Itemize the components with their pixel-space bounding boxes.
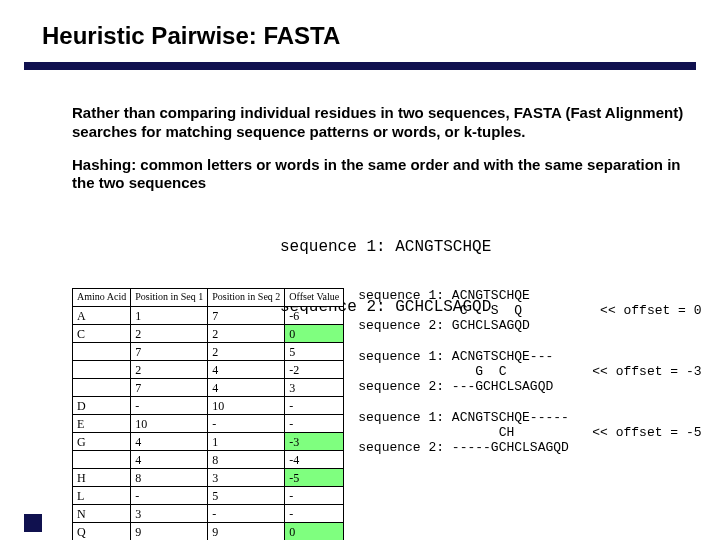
table-cell — [73, 361, 131, 379]
col-pos-seq1: Position in Seq 1 — [131, 289, 208, 307]
table-row: L-5- — [73, 487, 344, 505]
table-cell: H — [73, 469, 131, 487]
table-cell: 4 — [131, 451, 208, 469]
table-cell: G — [73, 433, 131, 451]
table-row: H83-5 — [73, 469, 344, 487]
table-row: D-10- — [73, 397, 344, 415]
slide: Heuristic Pairwise: FASTA Rather than co… — [0, 0, 720, 540]
title-underline — [24, 62, 696, 70]
table-row: A17-6 — [73, 307, 344, 325]
table-cell: D — [73, 397, 131, 415]
table-cell: 9 — [208, 523, 285, 541]
table-cell: 4 — [208, 379, 285, 397]
table-cell: - — [285, 397, 344, 415]
footer-square-icon — [24, 514, 42, 532]
table-cell: 3 — [285, 379, 344, 397]
table-cell: 7 — [208, 307, 285, 325]
table-cell: 10 — [131, 415, 208, 433]
table-row: N3-- — [73, 505, 344, 523]
table-cell: -3 — [285, 433, 344, 451]
table-cell: - — [131, 397, 208, 415]
table-cell: -2 — [285, 361, 344, 379]
table-row: E10-- — [73, 415, 344, 433]
table-row: C220 — [73, 325, 344, 343]
table-cell: -5 — [285, 469, 344, 487]
table-cell: 2 — [208, 325, 285, 343]
table-cell: 1 — [208, 433, 285, 451]
table-cell: 8 — [131, 469, 208, 487]
table-cell: 8 — [208, 451, 285, 469]
table-cell: 0 — [285, 325, 344, 343]
table-cell: Q — [73, 523, 131, 541]
table-cell: - — [208, 505, 285, 523]
table-cell: - — [285, 505, 344, 523]
table-cell: 1 — [131, 307, 208, 325]
alignment-block: sequence 1: ACNGTSCHQE C S Q << offset =… — [358, 288, 701, 333]
table-cell: 7 — [131, 343, 208, 361]
table-cell: 3 — [208, 469, 285, 487]
table-cell: 0 — [285, 523, 344, 541]
table-cell: - — [208, 415, 285, 433]
table-cell: 7 — [131, 379, 208, 397]
table-row: Q990 — [73, 523, 344, 541]
table-cell: - — [131, 487, 208, 505]
table-cell: 3 — [131, 505, 208, 523]
table-cell: 5 — [285, 343, 344, 361]
lower-area: Amino Acid Position in Seq 1 Position in… — [72, 288, 702, 540]
table-cell: L — [73, 487, 131, 505]
table-row: 725 — [73, 343, 344, 361]
alignment-examples: sequence 1: ACNGTSCHQE C S Q << offset =… — [358, 288, 701, 471]
alignment-block: sequence 1: ACNGTSCHQE----- CH << offset… — [358, 410, 701, 455]
table-cell: 9 — [131, 523, 208, 541]
table-cell: -4 — [285, 451, 344, 469]
table-row: 743 — [73, 379, 344, 397]
offset-table-header-row: Amino Acid Position in Seq 1 Position in… — [73, 289, 344, 307]
table-cell: 10 — [208, 397, 285, 415]
table-cell: N — [73, 505, 131, 523]
table-cell: -6 — [285, 307, 344, 325]
table-row: 48-4 — [73, 451, 344, 469]
table-cell — [73, 379, 131, 397]
table-cell: 2 — [131, 361, 208, 379]
table-cell: C — [73, 325, 131, 343]
seq-header-line1: sequence 1: ACNGTSCHQE — [280, 237, 692, 257]
col-offset: Offset Value — [285, 289, 344, 307]
table-cell: - — [285, 415, 344, 433]
col-amino-acid: Amino Acid — [73, 289, 131, 307]
table-row: G41-3 — [73, 433, 344, 451]
alignment-block: sequence 1: ACNGTSCHQE--- G C << offset … — [358, 349, 701, 394]
col-pos-seq2: Position in Seq 2 — [208, 289, 285, 307]
table-cell: E — [73, 415, 131, 433]
paragraph-2: Hashing: common letters or words in the … — [72, 156, 692, 194]
table-cell: 2 — [208, 343, 285, 361]
table-cell: 2 — [131, 325, 208, 343]
table-cell: 4 — [208, 361, 285, 379]
table-cell: 5 — [208, 487, 285, 505]
table-row: 24-2 — [73, 361, 344, 379]
table-cell: - — [285, 487, 344, 505]
offset-table: Amino Acid Position in Seq 1 Position in… — [72, 288, 344, 540]
table-cell — [73, 343, 131, 361]
page-title: Heuristic Pairwise: FASTA — [42, 22, 340, 50]
paragraph-1: Rather than comparing individual residue… — [72, 104, 692, 142]
table-cell: A — [73, 307, 131, 325]
table-cell — [73, 451, 131, 469]
table-cell: 4 — [131, 433, 208, 451]
